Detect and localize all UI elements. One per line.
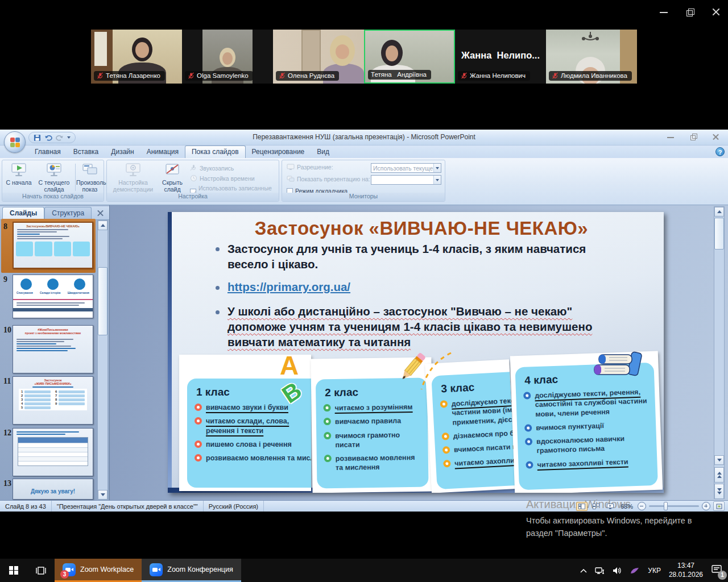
slide-thumbnail-11[interactable]: Застосунок «ЖИВІ ПИСЬМЕННИКИ» 1 6 2 7 3 … [13,376,93,425]
main-scrollbar[interactable] [714,206,725,499]
slide-sorter-view-button[interactable] [590,502,602,511]
custom-slideshow-button[interactable]: Произвольный показ [76,163,104,193]
mic-muted-icon [461,72,468,79]
theme-name[interactable]: "Презентация "День открытых дверей в кла… [52,501,204,512]
video-tile-novideo[interactable]: Жанна Нелипо... Жанна Нелипович [455,30,546,84]
participant-video-strip: Тетяна Лазаренко Olga Samoylenko Олена Р… [91,30,637,84]
restore-icon[interactable] [685,7,695,17]
slides-panel-scrollbar[interactable] [97,220,108,500]
office-button[interactable] [4,131,26,153]
slide-canvas[interactable]: Застосунок «ВИВЧАЮ-НЕ ЧЕКАЮ» Застосунок … [168,212,664,493]
tab-outline[interactable]: Структура [44,207,92,219]
volume-icon[interactable] [613,567,622,575]
scroll-down-icon[interactable] [98,490,107,500]
help-icon[interactable]: ? [715,147,725,156]
tab-view[interactable]: Вид [311,146,336,158]
taskbar-app-zoom-meeting[interactable]: Zoom Конференция [142,559,241,582]
from-beginning-button[interactable]: С начала [3,163,34,186]
from-current-slide-button[interactable]: С текущего слайда [35,163,73,193]
button-label: С начала [6,179,31,186]
bullet-dot-icon [323,404,330,411]
next-slide-button[interactable] [714,484,724,499]
video-tile-active-speaker[interactable]: Тетяна Андріївна [364,30,455,84]
books-icon [593,351,650,381]
hide-slide-button[interactable]: Скрыть слайд [158,163,187,193]
fit-to-window-button[interactable] [713,501,725,511]
task-view-button[interactable] [27,559,55,582]
setup-show-button[interactable]: Настройка демонстрации [110,163,156,193]
chandelier [573,32,607,44]
tab-animations[interactable]: Анимация [140,146,185,158]
slide-thumbnail-10[interactable]: #ЖивіПисьменники проект з необмеженими м… [13,325,93,373]
close-panel-icon[interactable] [97,209,105,217]
tab-insert[interactable]: Вставка [67,146,105,158]
statusbar-right: 68% [576,501,728,511]
zoom-out-icon[interactable] [638,502,646,510]
zoom-slider-thumb[interactable] [664,502,668,510]
zoom-slider[interactable] [649,505,699,507]
zoom-in-icon[interactable] [702,502,710,510]
taskbar-app-zoom-workplace[interactable]: 3 Zoom Workplace [55,559,142,582]
dropdown-arrow-icon[interactable] [433,176,441,184]
normal-view-button[interactable] [576,502,588,511]
scroll-up-icon[interactable] [98,221,107,230]
slideshow-view-button[interactable] [605,502,616,511]
tab-home[interactable]: Главная [28,146,67,158]
group-label[interactable]: Начать показ слайдов [2,193,104,201]
network-icon[interactable] [595,567,605,575]
start-button[interactable] [0,559,27,582]
app-label: Zoom Workplace [80,566,134,573]
rehearse-timings-button[interactable]: Настройка времени [190,174,255,182]
video-tile[interactable]: Людмила Иванникова [546,30,637,84]
mic-muted-icon [188,72,195,79]
video-tile[interactable]: Тетяна Лазаренко [91,30,182,84]
slide-thumbnail-9[interactable]: Списування Склади історію Швидкочитання [13,275,93,318]
slide-hyperlink[interactable]: https://primary.org.ua/ [228,280,350,293]
ribbon-tab-row: Главная Вставка Дизайн Анимация Показ сл… [0,146,728,158]
scroll-down-icon[interactable] [714,455,724,465]
bullet-dot-icon [324,455,332,462]
group-label[interactable]: Настройка [107,193,279,201]
action-center-button[interactable]: 1 [711,564,722,577]
previous-slide-button[interactable] [714,467,724,483]
minimize-icon[interactable] [667,133,675,141]
slide-number: 12 [3,429,11,438]
record-narration-button[interactable]: Звукозапись [190,164,234,172]
slide-thumbnail-12[interactable] [13,428,93,476]
minimize-icon[interactable] [659,7,669,17]
slide-thumbnail-8[interactable]: Застосунок«ВИВЧАЮ-НЕ ЧЕКАЮ» [13,222,93,269]
dropdown-arrow-icon[interactable] [433,164,441,172]
resolution-dropdown[interactable]: Использовать текуще... [371,163,441,173]
bullet-dot-icon [195,454,202,462]
slide-number: 8 [3,222,11,231]
show-on-dropdown[interactable] [371,175,441,185]
app-tray-icon[interactable] [630,567,640,575]
slide-counter[interactable]: Слайд 8 из 43 [0,501,52,512]
scroll-up-icon[interactable] [714,207,724,217]
language-indicator[interactable]: Русский (Россия) [204,501,264,512]
group-label[interactable]: Мониторы [282,193,445,201]
grade-card-4: 4 клас досліджуємо тексти, речення, само… [515,363,658,490]
close-icon[interactable] [711,7,721,17]
tab-design[interactable]: Дизайн [105,146,140,158]
language-switcher[interactable]: УКР [648,567,661,575]
participant-name: Тетяна Лазаренко [106,72,160,79]
task-view-icon [35,566,47,575]
zoom-level[interactable]: 68% [621,503,633,510]
tray-expand-icon[interactable] [580,568,587,573]
video-tile[interactable]: Olga Samoylenko [182,30,273,84]
person-silhouette [336,44,349,59]
restore-icon[interactable] [689,133,697,141]
video-tile[interactable]: Олена Руднєва [273,30,364,84]
participant-name-badge: Олена Руднєва [276,71,339,81]
clock[interactable]: 13:47 28.01.2026 [669,562,703,579]
slide-thumbnail-13[interactable]: Дякую за увагу! [13,479,93,500]
thumb-label: Списування [16,292,33,294]
windows-logo-icon [9,566,18,575]
close-icon[interactable] [712,133,720,141]
scrollbar-thumb[interactable] [714,218,724,250]
tab-slides[interactable]: Слайды [2,207,44,219]
tab-review[interactable]: Рецензирование [246,146,311,158]
scrollbar-thumb[interactable] [98,267,107,335]
tab-slideshow[interactable]: Показ слайдов [185,146,246,158]
